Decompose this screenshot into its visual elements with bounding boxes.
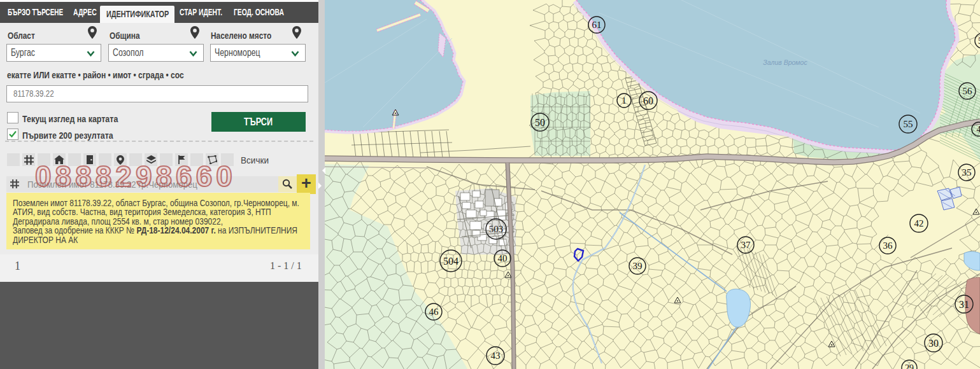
svg-text:61: 61 [592,20,602,30]
svg-text:40: 40 [498,253,508,263]
svg-text:35: 35 [962,167,972,178]
svg-text:4: 4 [977,125,980,134]
svg-text:36: 36 [883,240,893,251]
svg-text:39: 39 [633,261,643,271]
svg-text:55: 55 [904,119,913,129]
svg-text:29: 29 [905,363,914,369]
svg-text:60: 60 [643,95,653,106]
svg-text:37: 37 [741,240,751,250]
svg-text:30: 30 [928,338,939,349]
svg-text:504: 504 [443,256,458,267]
svg-text:56: 56 [963,86,973,96]
svg-text:Залив Вромос: Залив Вромос [763,59,807,66]
svg-text:50: 50 [535,117,545,128]
svg-text:46: 46 [429,307,439,317]
svg-text:1: 1 [622,96,627,106]
svg-text:503: 503 [489,224,504,234]
svg-text:42: 42 [914,218,924,228]
svg-text:31: 31 [959,299,969,310]
svg-text:43: 43 [491,351,501,361]
